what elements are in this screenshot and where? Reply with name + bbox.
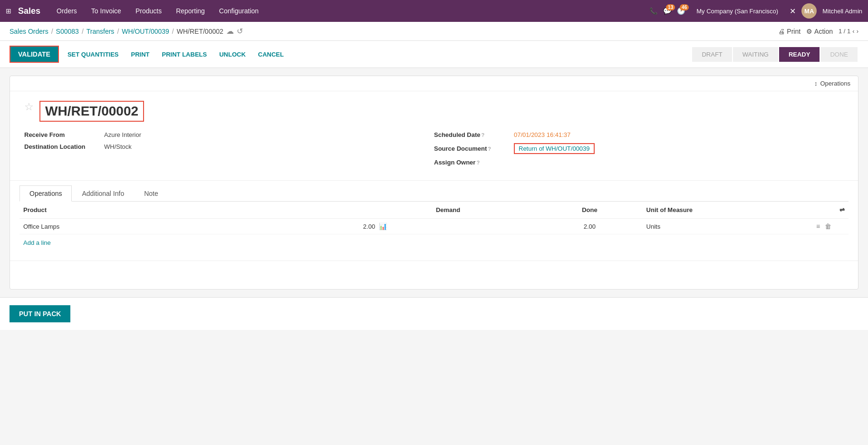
- cancel-button[interactable]: CANCEL: [254, 48, 288, 61]
- breadcrumb: Sales Orders / S00083 / Transfers / WH/O…: [10, 27, 243, 36]
- nav-counter: 1 / 1 ‹ ›: [839, 28, 858, 35]
- validate-button[interactable]: VALIDATE: [10, 46, 59, 63]
- action-label: Action: [814, 28, 833, 35]
- app-grid-icon[interactable]: ⊞: [6, 7, 11, 15]
- breadcrumb-whout[interactable]: WH/OUT/00039: [122, 28, 169, 35]
- record-header: ☆ WH/RET/00002: [10, 91, 858, 126]
- put-in-pack-button[interactable]: PUT IN PACK: [10, 305, 70, 322]
- gear-icon: ⚙: [806, 28, 812, 35]
- receive-from-row: Receive From Azure Interior: [24, 131, 434, 138]
- print-labels-button[interactable]: PRINT LABELS: [158, 48, 211, 61]
- product-cell[interactable]: Office Lamps: [23, 223, 363, 230]
- refresh-icon[interactable]: ↺: [237, 27, 243, 36]
- destination-value[interactable]: WH/Stock: [104, 143, 132, 150]
- detail-lines-icon[interactable]: ≡: [816, 222, 820, 230]
- destination-label: Destination Location: [24, 143, 100, 150]
- status-draft: DRAFT: [692, 47, 732, 62]
- col-header-product: Product: [23, 206, 363, 213]
- breadcrumb-bar: Sales Orders / S00083 / Transfers / WH/O…: [0, 22, 868, 41]
- tabs: Operations Additional Info Note: [19, 185, 849, 202]
- forecast-chart-icon[interactable]: 📊: [379, 222, 387, 230]
- fields-right: Scheduled Date? 07/01/2023 16:41:37 Sour…: [434, 131, 844, 171]
- demand-value[interactable]: 2.00: [363, 223, 375, 230]
- clock-icon-wrap[interactable]: 🕐 46: [677, 7, 685, 15]
- sep2: /: [82, 28, 84, 35]
- breadcrumb-current: WH/RET/00002: [177, 28, 223, 35]
- action-bar: VALIDATE SET QUANTITIES PRINT PRINT LABE…: [0, 41, 868, 68]
- assign-owner-label: Assign Owner?: [434, 159, 510, 166]
- uom-cell[interactable]: Units: [646, 223, 816, 230]
- delete-row-icon[interactable]: 🗑: [825, 222, 831, 230]
- table-header: Product Demand Done Unit of Measure ⇌: [19, 202, 849, 219]
- footer-actions: PUT IN PACK: [0, 297, 868, 330]
- top-navigation: ⊞ Sales Orders To Invoice Products Repor…: [0, 0, 868, 22]
- assign-owner-help-icon[interactable]: ?: [476, 160, 480, 165]
- set-quantities-button[interactable]: SET QUANTITIES: [64, 48, 123, 61]
- status-done: DONE: [820, 47, 858, 62]
- nav-products[interactable]: Products: [130, 0, 167, 22]
- print-icon: 🖨: [778, 28, 785, 35]
- nav-configuration[interactable]: Configuration: [213, 0, 264, 22]
- scheduled-date-value[interactable]: 07/01/2023 16:41:37: [514, 131, 570, 138]
- print-label: Print: [787, 28, 800, 35]
- phone-icon-wrap[interactable]: 📞: [649, 7, 657, 15]
- sep3: /: [117, 28, 119, 35]
- counter-value: 1 / 1: [839, 28, 850, 35]
- status-ready: READY: [779, 47, 820, 62]
- scheduled-date-help-icon[interactable]: ?: [482, 132, 485, 138]
- source-doc-help-icon[interactable]: ?: [488, 146, 491, 152]
- action-button[interactable]: ⚙ Action: [806, 28, 833, 35]
- operations-panel-toggle[interactable]: ↕ Operations: [10, 76, 858, 91]
- done-cell[interactable]: 2.00: [533, 223, 646, 230]
- chat-icon-wrap[interactable]: 💬 13: [663, 7, 671, 15]
- add-line-button[interactable]: Add a line: [19, 234, 849, 251]
- operations-panel-icon: ↕: [814, 80, 818, 87]
- favorite-star-icon[interactable]: ☆: [24, 101, 34, 113]
- tabs-section: Operations Additional Info Note: [10, 180, 858, 202]
- company-name: My Company (San Francisco): [696, 8, 778, 15]
- assign-owner-row: Assign Owner?: [434, 159, 844, 166]
- col-header-adjust[interactable]: ⇌: [816, 206, 845, 213]
- nav-orders[interactable]: Orders: [51, 0, 83, 22]
- bottom-area: [10, 261, 858, 289]
- row-actions: ≡ 🗑: [816, 222, 845, 230]
- nav-to-invoice[interactable]: To Invoice: [86, 0, 127, 22]
- nav-icons: 📞 💬 13 🕐 46 My Company (San Francisco) ✕…: [649, 3, 862, 19]
- user-name: Mitchell Admin: [822, 8, 862, 15]
- avatar[interactable]: MA: [801, 3, 817, 19]
- source-doc-label: Source Document?: [434, 145, 510, 152]
- breadcrumb-sales-orders[interactable]: Sales Orders: [10, 28, 48, 35]
- tab-additional-info[interactable]: Additional Info: [72, 185, 134, 202]
- operations-panel-label: Operations: [820, 80, 850, 87]
- chat-badge: 13: [666, 4, 675, 10]
- col-header-demand: Demand: [363, 206, 533, 213]
- receive-from-label: Receive From: [24, 131, 100, 138]
- source-doc-value[interactable]: Return of WH/OUT/00039: [514, 143, 595, 154]
- tab-operations[interactable]: Operations: [19, 185, 72, 202]
- prev-page-icon[interactable]: ‹: [852, 28, 854, 35]
- print-button[interactable]: 🖨 Print: [778, 28, 800, 35]
- operations-table: Product Demand Done Unit of Measure ⇌ Of…: [10, 202, 858, 261]
- sep4: /: [172, 28, 174, 35]
- status-bar: DRAFT WAITING READY DONE: [692, 47, 858, 62]
- sep1: /: [51, 28, 53, 35]
- breadcrumb-s00083[interactable]: S00083: [56, 28, 79, 35]
- unlock-button[interactable]: UNLOCK: [215, 48, 250, 61]
- destination-row: Destination Location WH/Stock: [24, 143, 434, 150]
- scheduled-date-label: Scheduled Date?: [434, 131, 510, 138]
- app-name[interactable]: Sales: [18, 6, 40, 16]
- print-button-action[interactable]: PRINT: [127, 48, 154, 61]
- next-page-icon[interactable]: ›: [857, 28, 858, 35]
- breadcrumb-actions: 🖨 Print ⚙ Action 1 / 1 ‹ ›: [778, 28, 858, 35]
- tab-note[interactable]: Note: [134, 185, 168, 202]
- col-header-done: Done: [533, 206, 646, 213]
- receive-from-value[interactable]: Azure Interior: [104, 131, 141, 138]
- nav-reporting[interactable]: Reporting: [170, 0, 211, 22]
- close-icon[interactable]: ✕: [790, 7, 796, 16]
- fields-section: Receive From Azure Interior Destination …: [10, 126, 858, 175]
- cloud-icon[interactable]: ☁: [226, 27, 234, 36]
- col-header-uom: Unit of Measure: [646, 206, 816, 213]
- breadcrumb-transfers[interactable]: Transfers: [87, 28, 115, 35]
- status-waiting: WAITING: [733, 47, 778, 62]
- record-title: WH/RET/00002: [39, 101, 144, 122]
